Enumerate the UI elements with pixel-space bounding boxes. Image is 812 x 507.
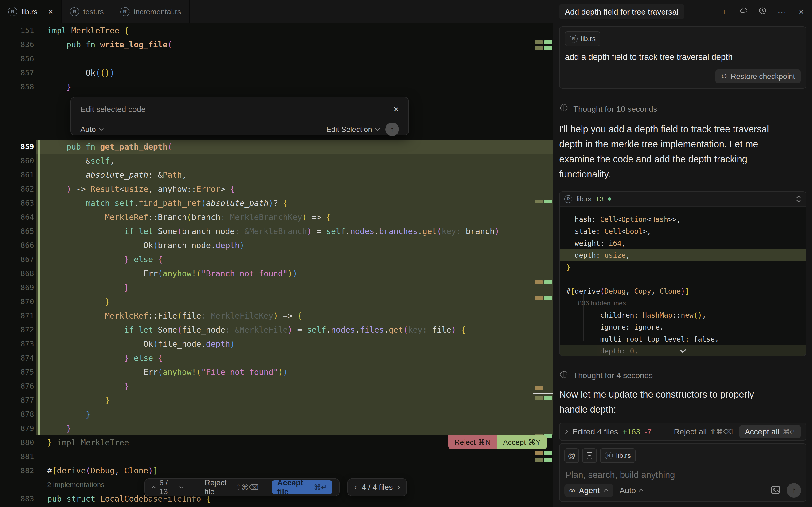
code-line-868[interactable]: 868 Err(anyhow!("Branch not found")): [0, 266, 553, 280]
accept-all-button[interactable]: Accept all ⌘↵: [740, 425, 801, 438]
code-line-863[interactable]: 863 match self.find_path_ref(absolute_pa…: [0, 196, 553, 210]
history-icon[interactable]: [758, 6, 768, 17]
diff-marker: [535, 40, 543, 44]
code-line-874[interactable]: 874 } else {: [0, 351, 553, 365]
code-editor[interactable]: 151impl MerkleTree {836 pub fn write_log…: [0, 23, 553, 507]
line-number: 858: [0, 80, 37, 94]
diff-code-line: depth: usize,: [560, 249, 806, 261]
code-line-876[interactable]: 876 }: [0, 379, 553, 393]
code-line-870[interactable]: 870 }: [0, 294, 553, 308]
new-thread-icon[interactable]: +: [719, 7, 729, 17]
code-line-856[interactable]: 856: [0, 52, 553, 66]
prev-hunk-icon[interactable]: [152, 486, 156, 489]
code-line-861[interactable]: 861 absolute_path: &Path,: [0, 168, 553, 182]
diff-code-line: weight: i64,: [560, 237, 806, 249]
code-line-871[interactable]: 871 MerkleRef::File(file: MerkleFileKey)…: [0, 308, 553, 323]
indent-guide: [575, 293, 575, 341]
more-options-icon[interactable]: ···: [777, 7, 787, 17]
attach-image-icon[interactable]: [771, 485, 780, 496]
diff-marker: [544, 46, 552, 50]
next-hunk-icon[interactable]: [179, 486, 184, 489]
code-line-866[interactable]: 866 Ok(branch_node.depth): [0, 238, 553, 252]
context-file-chip[interactable]: R lib.rs: [600, 448, 636, 463]
model-dropdown[interactable]: Auto: [80, 125, 104, 134]
line-number: 866: [0, 238, 37, 252]
mention-button[interactable]: @: [564, 448, 579, 463]
divider: [560, 64, 806, 64]
diff-marker: [544, 396, 552, 400]
code-line-872[interactable]: 872 if let Some(file_node: &MerkleFile) …: [0, 323, 553, 337]
tab-test.rs[interactable]: Rtest.rs: [62, 0, 112, 23]
diff-code[interactable]: hash: Cell<Option<Hash>>, stale: Cell<bo…: [560, 207, 806, 356]
restore-checkpoint-button[interactable]: ↺ Restore checkpoint: [715, 69, 801, 83]
code-line-873[interactable]: 873 Ok(file_node.depth): [0, 337, 553, 351]
code-line-878[interactable]: 878 }: [0, 407, 553, 421]
code-line-867[interactable]: 867 } else {: [0, 252, 553, 266]
code-line-881[interactable]: 881: [0, 449, 553, 463]
thought-row[interactable]: Thought for 10 seconds: [559, 103, 657, 115]
close-panel-icon[interactable]: ×: [796, 7, 806, 17]
review-bar: 6 / 13 Reject file ⇧⌘⌫ Accept file ⌘↵: [145, 478, 340, 496]
reject-all-button[interactable]: Reject all ⇧⌘⌫: [674, 427, 733, 436]
diff-marker: [535, 386, 543, 390]
thought-row[interactable]: Thought for 4 seconds: [559, 370, 653, 381]
code-line-151[interactable]: 151impl MerkleTree {: [0, 23, 553, 38]
user-message[interactable]: add a depth field to track tree traversa…: [565, 52, 801, 62]
diff-code-line: stale: Cell<bool>,: [560, 225, 806, 237]
edit-selection-dropdown[interactable]: Edit Selection: [326, 125, 380, 134]
expand-icon[interactable]: [796, 195, 801, 203]
tab-lib.rs[interactable]: Rlib.rs×: [0, 0, 62, 23]
prev-file-icon[interactable]: ‹: [354, 482, 357, 492]
code-line-859[interactable]: 859 pub fn get_path_depth(: [0, 139, 553, 154]
edited-files-bar: Edited 4 files +163 -7 Reject all ⇧⌘⌫ Ac…: [559, 422, 806, 441]
removed-lines-count: -7: [645, 427, 652, 436]
edit-dialog-placeholder[interactable]: Edit selected code: [80, 105, 146, 114]
hidden-lines-divider[interactable]: 896 hidden lines: [560, 297, 806, 309]
diff-code-line: [560, 273, 806, 285]
code-line-858[interactable]: 858 }: [0, 80, 553, 94]
reject-hunk-button[interactable]: Reject ⌘N: [448, 435, 497, 449]
close-tab-icon[interactable]: ×: [48, 7, 53, 17]
line-number: 882: [0, 463, 37, 477]
line-number: 861: [0, 168, 37, 182]
tab-incremental.rs[interactable]: Rincremental.rs: [112, 0, 190, 23]
diff-marker: [544, 280, 552, 284]
accept-hunk-button[interactable]: Accept ⌘Y: [497, 435, 547, 449]
code-line-857[interactable]: 857 Ok(()): [0, 66, 553, 80]
agent-mode-dropdown[interactable]: ∞ Agent: [564, 484, 613, 497]
model-dropdown[interactable]: Auto: [620, 486, 644, 495]
line-number: 860: [0, 154, 37, 168]
submit-edit-button[interactable]: ↑: [385, 122, 399, 136]
thread-title[interactable]: Add depth field for tree traversal: [559, 4, 684, 19]
line-number: 871: [0, 308, 37, 323]
message-input[interactable]: Plan, search, build anything: [565, 470, 806, 480]
code-line-862[interactable]: 862 ) -> Result<usize, anyhow::Error> {: [0, 182, 553, 196]
reject-file-shortcut: ⇧⌘⌫: [236, 483, 259, 492]
send-button[interactable]: ↑: [786, 483, 801, 498]
code-line-882[interactable]: 882#[derive(Debug, Clone)]: [0, 463, 553, 477]
code-line-879[interactable]: 879 }: [0, 421, 553, 435]
code-line-875[interactable]: 875 Err(anyhow!("File not found")): [0, 365, 553, 379]
line-number: 151: [0, 23, 37, 38]
cloud-icon[interactable]: [738, 6, 749, 17]
reject-file-button[interactable]: Reject file ⇧⌘⌫: [205, 478, 258, 496]
code-line-865[interactable]: 865 if let Some(branch_node: &MerkleBran…: [0, 224, 553, 238]
accept-file-button[interactable]: Accept file ⌘↵: [271, 481, 333, 494]
context-file-chip[interactable]: R lib.rs: [565, 32, 600, 46]
chevron-right-icon[interactable]: [565, 429, 568, 434]
unsaved-dot: [608, 198, 611, 201]
diff-marker: [535, 280, 543, 284]
diff-marker: [544, 451, 552, 455]
diff-card-header[interactable]: R lib.rs +3: [560, 192, 806, 207]
code-line-860[interactable]: 860 &self,: [0, 154, 553, 168]
code-line-836[interactable]: 836 pub fn write_log_file(: [0, 38, 553, 52]
code-line-877[interactable]: 877 }: [0, 393, 553, 407]
attach-file-button[interactable]: [582, 448, 597, 463]
next-file-icon[interactable]: ›: [398, 482, 400, 492]
code-line-869[interactable]: 869 }: [0, 280, 553, 294]
files-nav: ‹ 4 / 4 files ›: [348, 478, 407, 496]
scroll-down-icon[interactable]: [679, 349, 687, 353]
close-icon[interactable]: ×: [394, 104, 399, 115]
line-number: 872: [0, 323, 37, 337]
code-line-864[interactable]: 864 MerkleRef::Branch(branch: MerkleBran…: [0, 210, 553, 224]
